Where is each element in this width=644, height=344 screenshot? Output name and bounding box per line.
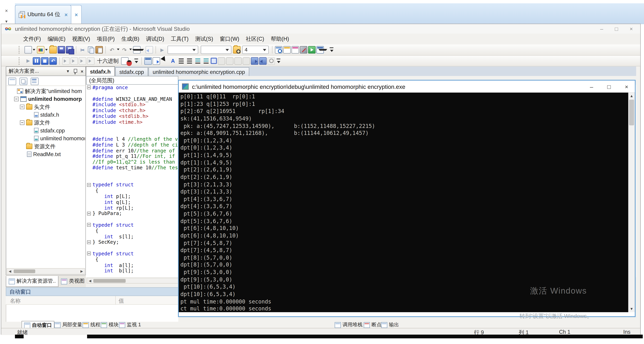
vs-minimize-button[interactable]: – [600, 26, 603, 32]
tree-item-readme[interactable]: ReadMe.txt [6, 150, 85, 158]
start-page-icon[interactable] [308, 46, 316, 54]
scroll-up-icon[interactable]: ▲ [630, 93, 634, 99]
column-name[interactable]: 名称 [10, 297, 21, 305]
menu-item[interactable]: 帮助(H) [268, 34, 292, 44]
solution-platform-combo[interactable] [201, 46, 232, 54]
fold-margin[interactable] [86, 216, 92, 222]
tree-item-project[interactable]: unlimited homomorp [6, 95, 85, 103]
menu-item[interactable]: 生成(B) [118, 34, 143, 44]
menu-item[interactable]: 调试(D) [143, 34, 168, 44]
cut-icon[interactable]: ✂ [79, 46, 86, 54]
fold-margin[interactable] [86, 148, 92, 153]
fold-margin[interactable] [86, 170, 92, 176]
console-output[interactable]: p[0]:11 q[0]11 rp[0]:1p[1]:23 q[1]253 rp… [179, 93, 635, 312]
bookmark-prev-icon[interactable] [234, 57, 242, 65]
vm-sidebar-close-button[interactable]: × [5, 8, 8, 13]
editor-tab-main-cpp[interactable]: unlimited homomorphic encryption.cpp [148, 67, 249, 76]
sort-selection-icon[interactable] [202, 57, 210, 65]
tree-expander-icon[interactable] [27, 136, 32, 141]
properties-window-icon[interactable] [292, 46, 299, 54]
tree-item-stdafx-cpp[interactable]: stdafx.cpp [6, 126, 85, 134]
console-scrollbar[interactable]: ▲ ▼ [628, 93, 635, 312]
show-next-statement-icon[interactable] [62, 57, 70, 65]
solution-explorer-icon[interactable] [283, 46, 291, 54]
vm-tab-ubuntu[interactable]: Ubuntu 64 位 × [15, 5, 71, 24]
chevron-down-icon[interactable]: ▾ [67, 69, 69, 74]
fold-margin[interactable] [86, 159, 92, 165]
console-close-button[interactable]: × [625, 83, 628, 90]
fold-margin[interactable] [86, 194, 92, 199]
fold-margin[interactable] [86, 125, 92, 130]
redo-icon[interactable]: ↷ [121, 46, 128, 54]
menu-item[interactable]: 视图(V) [69, 34, 94, 44]
breakpoints-window-icon[interactable] [121, 57, 128, 65]
show-all-files-icon[interactable] [20, 77, 27, 85]
uncomment-icon[interactable] [226, 57, 234, 65]
editor-tab-stdafx-h[interactable]: stdafx.h [86, 66, 115, 76]
tree-expander-icon[interactable] [27, 128, 32, 133]
menu-item[interactable]: 窗口(W) [216, 34, 242, 44]
fold-margin[interactable] [86, 268, 92, 274]
add-item-icon[interactable] [37, 46, 44, 54]
stop-icon[interactable] [41, 57, 48, 65]
fold-margin[interactable] [86, 153, 92, 159]
block-select-icon[interactable] [210, 58, 217, 64]
fold-margin[interactable] [86, 85, 92, 90]
tree-item-header-files[interactable]: 头文件 [6, 103, 85, 111]
fold-margin[interactable] [86, 108, 92, 113]
editor-scrollbar[interactable]: ◀ [87, 278, 178, 283]
menu-item[interactable]: 项目(P) [94, 34, 118, 44]
vm-tab-close-icon[interactable]: × [75, 12, 78, 17]
fold-margin[interactable] [86, 182, 92, 188]
paste-icon[interactable] [95, 46, 103, 54]
view-code-icon[interactable] [144, 57, 152, 65]
column-divider[interactable] [115, 296, 116, 304]
fold-margin[interactable] [86, 211, 92, 216]
fold-margin[interactable] [86, 130, 92, 136]
scroll-right-icon[interactable]: ▶ [79, 269, 84, 273]
find-in-files-icon[interactable] [233, 46, 240, 54]
toolbar-options-icon[interactable] [329, 46, 334, 54]
comment-icon[interactable] [218, 57, 225, 65]
copy-icon[interactable] [87, 46, 95, 54]
fold-margin[interactable] [86, 136, 92, 142]
toolbox-icon[interactable] [300, 46, 307, 54]
scope-dropdown[interactable]: (全局范围) [86, 76, 178, 85]
console-title-bar[interactable]: c:\unlimited homomorphic encryption\debu… [179, 80, 635, 92]
fold-margin[interactable] [86, 96, 92, 102]
toolbar-grip[interactable] [18, 46, 22, 54]
properties-icon[interactable] [8, 77, 16, 85]
tree-item-main-cpp[interactable]: unlimited homomor [6, 134, 85, 142]
scrollbar-thumb[interactable] [14, 269, 35, 273]
tab-call-stack[interactable]: 调用堆栈 [332, 321, 364, 329]
fold-margin[interactable] [86, 239, 92, 245]
toolbar-grip[interactable] [18, 57, 22, 65]
console-maximize-button[interactable]: □ [607, 83, 611, 90]
fold-margin[interactable] [86, 222, 92, 228]
fold-margin[interactable] [86, 119, 92, 125]
console-minimize-button[interactable]: – [590, 83, 593, 90]
scroll-left-icon[interactable]: ◀ [7, 269, 13, 273]
menu-item[interactable]: 文件(F) [20, 34, 44, 44]
fold-margin[interactable] [86, 199, 92, 205]
undo-icon[interactable]: ↶ [108, 46, 116, 54]
find-symbol-icon[interactable] [268, 57, 275, 65]
fold-margin[interactable] [86, 205, 92, 211]
find-icon[interactable] [275, 46, 282, 54]
fold-margin[interactable] [86, 228, 92, 234]
save-all-icon[interactable] [66, 46, 74, 54]
fold-margin[interactable] [86, 142, 92, 148]
tab-output[interactable]: 输出 [379, 321, 401, 329]
tree-expander-icon[interactable] [20, 152, 24, 156]
start-debug-icon[interactable]: ▶ [158, 46, 166, 54]
vs-maximize-button[interactable]: □ [615, 26, 618, 32]
menu-item[interactable]: 编辑(E) [44, 34, 69, 44]
fold-margin[interactable] [86, 165, 92, 171]
fold-margin[interactable] [86, 90, 92, 96]
solution-scrollbar[interactable]: ◀ ▶ [6, 268, 85, 274]
tree-item-solution[interactable]: 解决方案"unlimited hom [6, 87, 85, 95]
open-file-icon[interactable] [49, 46, 57, 54]
find-combo[interactable]: 4 [242, 46, 269, 54]
fold-margin[interactable] [86, 113, 92, 119]
navigate-forward-icon[interactable] [146, 46, 153, 54]
